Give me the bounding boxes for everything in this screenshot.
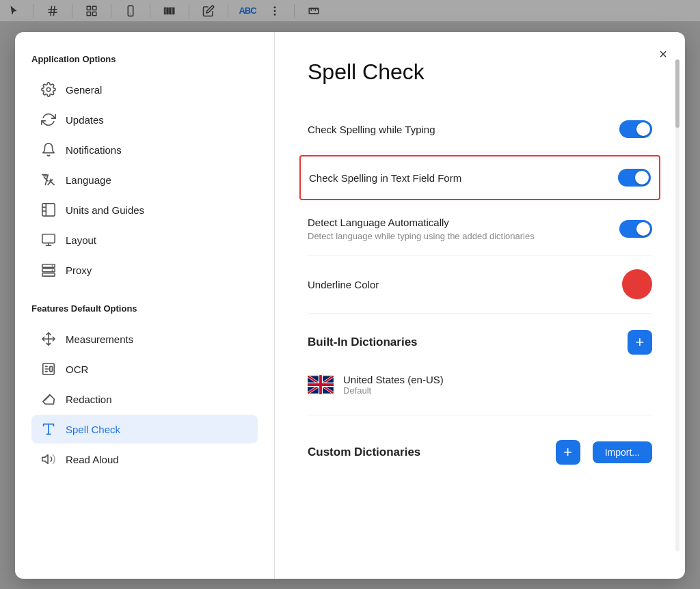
sidebar-item-ocr-label: OCR bbox=[66, 364, 88, 375]
add-custom-dict-button[interactable]: + bbox=[556, 440, 580, 465]
custom-dicts-header: Custom Dictionaries + Import... bbox=[308, 429, 652, 465]
dictionary-name: United States (en-US) bbox=[343, 374, 444, 385]
custom-dicts-title: Custom Dictionaries bbox=[308, 446, 549, 459]
svg-point-33 bbox=[52, 265, 53, 266]
spellcheck-icon bbox=[41, 422, 56, 437]
add-dictionary-button[interactable]: + bbox=[628, 330, 652, 355]
svg-rect-36 bbox=[50, 366, 53, 371]
server-icon bbox=[41, 262, 56, 277]
detect-language-row: Detect Language Automatically Detect lan… bbox=[308, 203, 652, 256]
sidebar-item-updates[interactable]: Updates bbox=[31, 105, 258, 134]
sidebar-item-redaction[interactable]: Redaction bbox=[31, 385, 258, 413]
arrows-icon bbox=[41, 331, 56, 346]
check-text-field-label: Check Spelling in Text Field Form bbox=[309, 172, 461, 184]
sidebar-item-notifications[interactable]: Notifications bbox=[31, 135, 258, 164]
sidebar-item-general[interactable]: General bbox=[31, 75, 258, 104]
check-while-typing-row: Check Spelling while Typing bbox=[308, 107, 652, 152]
toggle-thumb-2 bbox=[635, 171, 649, 184]
check-text-field-toggle[interactable] bbox=[618, 169, 651, 187]
app-options-title: Application Options bbox=[31, 54, 258, 64]
import-button[interactable]: Import... bbox=[593, 441, 652, 463]
toggle-track-2 bbox=[618, 169, 651, 187]
settings-sidebar: Application Options General Updates bbox=[15, 32, 275, 579]
sidebar-item-language-label: Language bbox=[66, 174, 111, 186]
scrollbar-track[interactable] bbox=[675, 59, 679, 551]
sidebar-item-measurements[interactable]: Measurements bbox=[31, 325, 258, 353]
sidebar-item-units-label: Units and Guides bbox=[66, 204, 144, 216]
sidebar-item-spellcheck-label: Spell Check bbox=[66, 424, 120, 435]
toggle-track bbox=[619, 120, 652, 138]
sidebar-item-layout-label: Layout bbox=[66, 234, 96, 246]
detect-language-label: Detect Language Automatically bbox=[308, 217, 535, 228]
sidebar-item-proxy-label: Proxy bbox=[66, 264, 92, 276]
sidebar-item-readaloud-label: Read Aloud bbox=[66, 454, 119, 465]
dictionary-item: United States (en-US) Default bbox=[308, 366, 652, 404]
refresh-icon bbox=[41, 112, 56, 127]
toggle-thumb bbox=[636, 122, 650, 136]
bell-icon bbox=[41, 142, 56, 157]
sidebar-item-ocr[interactable]: OCR bbox=[31, 355, 258, 383]
toggle-thumb-3 bbox=[636, 222, 650, 236]
sidebar-item-units[interactable]: Units and Guides bbox=[31, 195, 258, 224]
sidebar-item-language[interactable]: Language bbox=[31, 165, 258, 194]
svg-rect-23 bbox=[42, 204, 55, 216]
layout-icon bbox=[41, 232, 56, 247]
page-title: Spell Check bbox=[308, 59, 652, 85]
check-text-field-row: Check Spelling in Text Field Form bbox=[299, 155, 660, 200]
sidebar-item-measurements-label: Measurements bbox=[66, 333, 133, 345]
underline-color-swatch[interactable] bbox=[622, 269, 652, 299]
sidebar-item-spellcheck[interactable]: Spell Check bbox=[31, 415, 258, 443]
sidebar-item-redaction-label: Redaction bbox=[66, 394, 112, 405]
underline-color-label: Underline Color bbox=[308, 279, 379, 290]
ruler-grid-icon bbox=[41, 202, 56, 217]
main-content: Spell Check Check Spelling while Typing … bbox=[275, 32, 685, 579]
speaker-icon bbox=[41, 452, 56, 467]
sidebar-item-layout[interactable]: Layout bbox=[31, 225, 258, 254]
check-while-typing-label: Check Spelling while Typing bbox=[308, 124, 435, 135]
built-in-dicts-title: Built-In Dictionaries bbox=[308, 335, 418, 349]
sidebar-item-notifications-label: Notifications bbox=[66, 144, 122, 156]
built-in-dicts-section: Built-In Dictionaries + bbox=[308, 314, 652, 366]
settings-modal: × Application Options General Updates bbox=[15, 32, 685, 579]
detect-language-sublabel: Detect language while typing using the a… bbox=[308, 231, 535, 241]
dictionary-info: United States (en-US) Default bbox=[343, 374, 444, 396]
detect-language-text: Detect Language Automatically Detect lan… bbox=[308, 217, 535, 241]
scrollbar-thumb bbox=[675, 59, 679, 128]
sidebar-item-readaloud[interactable]: Read Aloud bbox=[31, 445, 258, 474]
eraser-icon bbox=[41, 392, 56, 407]
gear-icon bbox=[41, 82, 56, 97]
close-button[interactable]: × bbox=[652, 43, 674, 65]
sidebar-item-proxy[interactable]: Proxy bbox=[31, 256, 258, 284]
modal-overlay: × Application Options General Updates bbox=[0, 0, 700, 589]
dictionary-default: Default bbox=[343, 385, 444, 396]
toggle-track-3 bbox=[619, 220, 652, 238]
svg-point-34 bbox=[52, 270, 53, 271]
svg-rect-32 bbox=[42, 273, 55, 277]
ocr-icon bbox=[41, 361, 56, 376]
svg-line-37 bbox=[45, 396, 50, 400]
flag-icon bbox=[308, 375, 334, 394]
translate-icon bbox=[41, 172, 56, 187]
underline-color-row: Underline Color bbox=[308, 256, 652, 314]
features-title: Features Default Options bbox=[31, 303, 258, 314]
sidebar-item-general-label: General bbox=[66, 84, 102, 96]
check-while-typing-toggle[interactable] bbox=[619, 120, 652, 138]
svg-marker-38 bbox=[42, 455, 48, 464]
custom-dicts-section: Custom Dictionaries + Import... bbox=[308, 415, 652, 465]
svg-point-22 bbox=[46, 87, 51, 92]
svg-rect-27 bbox=[42, 234, 55, 243]
sidebar-item-updates-label: Updates bbox=[66, 114, 104, 126]
detect-language-toggle[interactable] bbox=[619, 220, 652, 238]
